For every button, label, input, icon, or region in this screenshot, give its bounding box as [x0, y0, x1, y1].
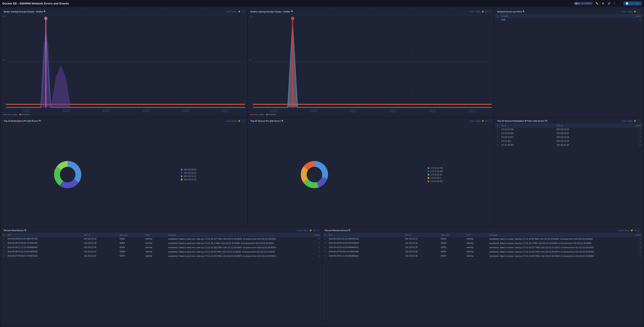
src-legend-2: 172.31.43.202	[428, 170, 443, 172]
gossip-join-y-axis: 23 12 1	[3, 15, 6, 109]
recent-send-info-icon[interactable]: i	[316, 229, 319, 232]
table-row: 179465	[495, 18, 642, 22]
top10-dest-filter-icon[interactable]: ⚡	[238, 120, 241, 122]
table-row: 4172.31.33.1104.152.52.362	[495, 139, 642, 143]
link-icon[interactable]: 🔗	[607, 2, 611, 5]
row-bot: Recent Send Errors 🔍 ▪ Last 7 Days ⚡ ⊞ i	[2, 228, 642, 326]
threshold-dot	[20, 114, 21, 115]
top10-dest-search-icon[interactable]: 🔍	[39, 120, 42, 122]
recent-send-header-row: # time dest_ip dest_port level message _…	[2, 233, 321, 237]
last-days-label: Last 7 Days	[629, 2, 640, 4]
top10-dest-info-icon[interactable]: i	[242, 120, 244, 122]
recent-send-date: ▪ Last 7 Days	[296, 230, 308, 232]
dest-dot-2	[181, 172, 182, 174]
more-options-icon[interactable]: ⋮	[618, 2, 622, 5]
panel-top10-pairs: Top 10 Source Destination IP Pairs with …	[495, 118, 642, 226]
recent-send-table: # time dest_ip dest_port level message _…	[2, 233, 321, 258]
toggle-switch[interactable]	[575, 2, 580, 5]
gossip-join-info-icon[interactable]: i	[242, 10, 244, 13]
top10-dest-actions: ▪ Last 7 Days ⚡ i	[225, 120, 244, 122]
top10-src-body: 172.31.32.155 172.31.43.202 172.31.45.35…	[248, 124, 493, 226]
panel-top10-dest: Top 10 Destination IPs with Errors 🔍 ▪ L…	[2, 118, 247, 226]
top-bar: Docker EE - SWARM Network Errors and Eve…	[0, 0, 644, 7]
panel-gossip-join-header: Nodes Joining Gossip Cluster - Outlier 🔍…	[2, 9, 246, 14]
network-errors-title: Network Errors by Ports 🔍	[497, 10, 525, 13]
recent-receive-filter-icon[interactable]: ⚡	[630, 229, 633, 232]
gossip-leave-info-icon[interactable]: i	[489, 10, 491, 13]
network-errors-info-icon[interactable]: i	[638, 10, 640, 13]
recent-receive-search-icon[interactable]: 🔍	[348, 229, 351, 232]
svg-point-34	[308, 168, 321, 182]
page-title: Docker EE - SWARM Network Errors and Eve…	[2, 2, 570, 5]
table-row: 3172.31.42.227104.152.52.292	[495, 135, 642, 139]
recent-send-filter-icon[interactable]: ⚡	[309, 229, 312, 232]
top10-pairs-header-row: # src_ip dest_ip _count	[495, 124, 642, 128]
recent-send-filter2-icon[interactable]: ⊞	[313, 229, 315, 232]
top10-pairs-search-icon[interactable]: 🔍	[545, 120, 548, 122]
gossip-leave-search-icon[interactable]: 🔍	[291, 10, 294, 13]
top10-src-legend: 172.31.32.155 172.31.43.202 172.31.45.35…	[428, 167, 443, 182]
table-row: 22019-05-06T20:54:59.757205605Z104.152.5…	[323, 241, 642, 245]
top10-src-date: ▪ Last 7 Days	[469, 120, 480, 122]
legend-threshold: threshold	[20, 114, 29, 116]
dest-dot-4	[181, 179, 182, 180]
network-errors-filter-icon[interactable]: ⚡	[634, 10, 636, 13]
gossip-join-filter-icon[interactable]: ⚡	[238, 10, 241, 13]
gossip-leave-filter-icon[interactable]: ⚡	[482, 10, 484, 13]
top10-pairs-table-wrapper[interactable]: # src_ip dest_ip _count 1172.31.32.15510…	[495, 124, 642, 226]
gossip-join-body: 23 12 1	[2, 14, 246, 113]
filter-icon[interactable]: ⚡	[601, 2, 605, 5]
col-dest-ip: dest_ip	[555, 124, 610, 128]
top10-pairs-filter-icon[interactable]: ⚡	[634, 120, 636, 122]
top10-src-header: Top 10 Source IPs with Errors 🔍 ▪ Last 7…	[248, 118, 493, 124]
recent-receive-body: # time dest_ip dest_port level message _…	[323, 233, 642, 325]
top10-dest-title: Top 10 Destination IPs with Errors 🔍	[4, 120, 42, 122]
table-row: 42019-05-06T21:01:16.287089255Z104.152.5…	[2, 250, 321, 254]
network-errors-actions: ▪ Last 7 Days ⚡ i	[621, 10, 640, 13]
panel-gossip-join: Nodes Joining Gossip Cluster - Outlier 🔍…	[2, 8, 247, 116]
network-errors-table-wrapper[interactable]: # src_port _count 179465	[495, 14, 642, 116]
top10-src-title: Top 10 Source IPs with Errors 🔍	[250, 120, 284, 122]
network-errors-search-icon[interactable]: 🔍	[523, 10, 525, 13]
col-src-port: src_port	[500, 14, 575, 18]
gossip-leave-x-labels: 12:00 AM03 May 19 12:00 AM04 May 19 12:0…	[250, 109, 492, 113]
edit-icon[interactable]: ✏️	[594, 2, 599, 5]
src-dot-3	[428, 174, 429, 176]
src-legend-1: 172.31.32.155	[428, 167, 443, 169]
top10-pairs-title: Top 10 Source Destination IP Pairs with …	[497, 120, 547, 122]
top10-src-donut	[299, 159, 330, 190]
last-days-button[interactable]: 🕐 Last 7 Days	[624, 1, 642, 6]
recent-send-search-icon[interactable]: 🔍	[24, 229, 27, 232]
recent-receive-filter2-icon[interactable]: ⊞	[634, 229, 636, 232]
dest-legend-3: 104.152.52.22	[181, 175, 196, 177]
col-hash: #	[495, 14, 500, 18]
gossip-leave-actions: ▪ Last 7 Days ⚡ ⊞ i	[469, 10, 491, 13]
toggle-knob	[575, 2, 577, 4]
top10-src-filter-icon[interactable]: ⚡	[482, 120, 484, 122]
table-row: 2172.31.43.202104.152.52.222	[495, 131, 642, 135]
top10-src-info-icon[interactable]: i	[489, 120, 491, 122]
threshold-leave-dot	[266, 114, 268, 115]
recent-send-table-wrapper[interactable]: # time dest_ip dest_port level message _…	[2, 233, 321, 325]
network-errors-header-row: # src_port _count	[495, 14, 642, 18]
top10-src-filter2-icon[interactable]: ⊞	[486, 120, 488, 122]
refresh-icon[interactable]: ↻	[613, 2, 616, 5]
gossip-join-search-icon[interactable]: 🔍	[44, 10, 46, 13]
network-errors-body: # src_port _count 179465	[495, 14, 642, 116]
dest-legend-2: 104.152.52.29	[181, 172, 196, 174]
recent-receive-info-icon[interactable]: i	[638, 229, 640, 232]
legend-num-nodes-leave: num_nodes	[250, 114, 264, 116]
recent-receive-table: # time dest_ip dest_port level message _…	[323, 233, 642, 258]
gossip-leave-filter2-icon[interactable]: ⊞	[486, 10, 488, 13]
src-dot-5	[428, 180, 429, 182]
gossip-leave-legend: num_nodes threshold	[248, 113, 493, 116]
recent-receive-table-wrapper[interactable]: # time dest_ip dest_port level message _…	[323, 233, 642, 325]
live-mode-toggle[interactable]: LIVE MODE	[574, 2, 593, 5]
col-count-pairs: _count	[610, 124, 642, 128]
src-dot-4	[428, 177, 429, 179]
recent-send-header: Recent Send Errors 🔍 ▪ Last 7 Days ⚡ ⊞ i	[2, 228, 321, 233]
top10-pairs-info-icon[interactable]: i	[638, 120, 640, 122]
num-nodes-leave-line	[250, 114, 254, 115]
dest-legend-4: 104.152.52.30	[181, 178, 196, 180]
top10-src-search-icon[interactable]: 🔍	[282, 120, 284, 122]
